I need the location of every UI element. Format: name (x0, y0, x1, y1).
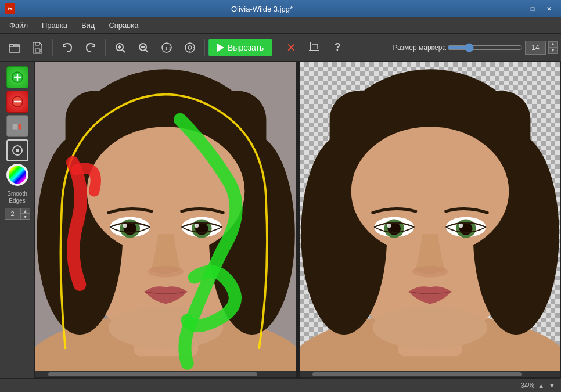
svg-rect-2 (35, 42, 39, 45)
circle-tool[interactable] (6, 139, 28, 161)
svg-point-70 (412, 266, 448, 278)
save-button[interactable] (27, 37, 49, 59)
marker-slider-container: ▲ ▼ (447, 41, 558, 55)
minimize-button[interactable]: ─ (509, 3, 524, 15)
smooth-edges-label: Smooth Edges (0, 190, 34, 204)
svg-point-12 (185, 43, 195, 52)
source-h-scrollbar[interactable] (35, 371, 296, 377)
separator-4 (276, 39, 276, 56)
zoom-level: 34% (520, 382, 534, 390)
marker-spin: ▲ ▼ (548, 41, 558, 54)
help-button[interactable]: ? (326, 37, 348, 59)
title-bar: ✂ Olivia-Wilde 3.jpg* ─ □ ✕ (0, 0, 561, 17)
window-controls: ─ □ ✕ (509, 3, 556, 15)
source-photo (35, 62, 296, 371)
separator-3 (204, 39, 205, 56)
svg-point-13 (188, 46, 192, 49)
svg-point-32 (8, 166, 26, 184)
marker-size-input[interactable] (525, 41, 546, 55)
add-foreground-tool[interactable] (6, 66, 28, 88)
svg-point-51 (148, 266, 184, 278)
marker-size-up[interactable]: ▲ (548, 41, 558, 48)
marker-size-label: Размер маркера (393, 44, 446, 52)
zoom-100-button[interactable]: 1:1 (156, 37, 178, 59)
run-button[interactable]: Вырезать (208, 39, 272, 56)
marker-size-slider[interactable] (447, 43, 523, 52)
menu-bar: Файл Правка Вид Справка (0, 17, 561, 34)
svg-point-50 (195, 224, 199, 228)
zoom-fit-button[interactable] (179, 37, 201, 59)
result-scroll-thumb[interactable] (312, 372, 521, 376)
svg-rect-1 (35, 49, 40, 52)
open-button[interactable] (3, 37, 26, 59)
smooth-spin-buttons: ▲ ▼ (21, 208, 30, 220)
play-icon (217, 44, 224, 52)
marker-size-down[interactable]: ▼ (548, 48, 558, 54)
zoom-in-button[interactable] (109, 37, 131, 59)
svg-text:1:1: 1:1 (165, 46, 172, 51)
cancel-button[interactable]: ✕ (280, 37, 302, 59)
source-image-panel[interactable] (35, 62, 297, 378)
source-image-view (35, 62, 296, 371)
app-icon: ✂ (5, 3, 15, 14)
remove-background-tool[interactable] (6, 91, 28, 113)
run-label: Вырезать (228, 43, 264, 52)
maximize-button[interactable]: □ (525, 3, 540, 15)
eraser-tool[interactable] (6, 115, 28, 137)
crop-button[interactable] (303, 37, 325, 59)
svg-point-46 (123, 224, 127, 228)
canvas-area (35, 62, 561, 378)
smooth-edges-up[interactable]: ▲ (21, 208, 30, 214)
toolbar: 1:1 Вырезать ✕ ? Размер маркера (0, 34, 561, 62)
separator (52, 39, 53, 56)
result-image-panel[interactable] (299, 62, 561, 378)
svg-line-4 (123, 49, 125, 52)
svg-rect-29 (18, 124, 21, 130)
smooth-edges-down[interactable]: ▼ (21, 214, 30, 220)
result-image-view (300, 62, 560, 371)
source-scroll-thumb[interactable] (48, 372, 257, 376)
zoom-up-button[interactable]: ▲ (537, 382, 545, 389)
svg-point-31 (16, 149, 19, 152)
left-toolbar: Smooth Edges ▲ ▼ (0, 62, 35, 378)
menu-view[interactable]: Вид (74, 19, 102, 32)
svg-point-71 (373, 306, 488, 349)
result-h-scrollbar[interactable] (300, 371, 560, 377)
menu-edit[interactable]: Правка (35, 19, 74, 32)
main-area: Smooth Edges ▲ ▼ (0, 62, 561, 378)
svg-line-8 (146, 49, 149, 52)
zoom-out-button[interactable] (132, 37, 154, 59)
svg-point-69 (459, 224, 463, 228)
menu-file[interactable]: Файл (2, 19, 35, 32)
status-bar: 34% ▲ ▼ (0, 378, 561, 392)
result-photo (300, 62, 560, 371)
color-picker-tool[interactable] (6, 164, 28, 186)
undo-button[interactable] (56, 37, 78, 59)
smooth-edges-input[interactable] (5, 208, 21, 220)
separator-2 (105, 39, 106, 56)
zoom-down-button[interactable]: ▼ (548, 382, 556, 389)
redo-button[interactable] (80, 37, 102, 59)
svg-point-65 (387, 224, 391, 228)
smooth-edges-spinner: ▲ ▼ (5, 208, 30, 220)
menu-help[interactable]: Справка (102, 19, 145, 32)
close-button[interactable]: ✕ (541, 3, 556, 15)
window-title: Olivia-Wilde 3.jpg* (15, 5, 509, 13)
